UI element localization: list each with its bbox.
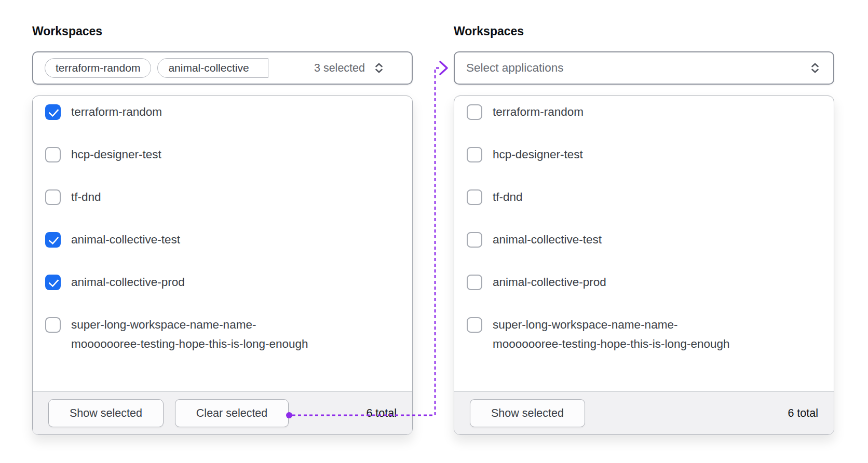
left-total-count: 6 total: [366, 407, 397, 420]
checkbox-unchecked[interactable]: [467, 147, 482, 162]
workspace-option-label: hcp-designer-test: [493, 145, 583, 164]
left-workspaces-group: Workspaces terraform-random animal-colle…: [32, 24, 413, 435]
selected-tag-animal-collective[interactable]: animal-collective: [157, 58, 268, 78]
flow-arrow-head: [440, 62, 447, 74]
workspace-option[interactable]: super-long-workspace-name-name-moooooore…: [454, 309, 834, 371]
right-options-list: terraform-randomhcp-designer-testtf-dnda…: [454, 96, 834, 391]
left-listbox-footer: Show selected Clear selected 6 total: [33, 391, 412, 434]
selection-summary-label: 3 selected: [314, 62, 365, 75]
workspace-option-label: super-long-workspace-name-name-moooooore…: [493, 315, 730, 353]
show-selected-button[interactable]: Show selected: [470, 399, 585, 427]
checkbox-checked[interactable]: [45, 104, 61, 120]
left-workspaces-title: Workspaces: [32, 24, 413, 38]
checkbox-unchecked[interactable]: [467, 232, 482, 248]
right-listbox-footer: Show selected 6 total: [454, 391, 834, 434]
chevron-up-down-icon: [372, 61, 386, 75]
right-multiselect-trigger[interactable]: Select applications: [454, 51, 834, 85]
workspace-option[interactable]: super-long-workspace-name-name-moooooore…: [33, 309, 412, 371]
checkbox-checked[interactable]: [45, 275, 61, 290]
checkbox-unchecked[interactable]: [467, 317, 482, 333]
workspace-option[interactable]: animal-collective-test: [454, 224, 834, 266]
right-workspaces-group: Workspaces Select applications terraform…: [454, 24, 834, 435]
workspace-option[interactable]: hcp-designer-test: [454, 139, 834, 181]
workspace-option[interactable]: animal-collective-prod: [33, 266, 412, 309]
workspace-option-label: animal-collective-prod: [71, 273, 185, 292]
right-workspaces-title: Workspaces: [454, 24, 834, 38]
checkbox-unchecked[interactable]: [45, 189, 61, 205]
workspace-option-label: terraform-random: [493, 102, 584, 121]
workspace-option[interactable]: terraform-random: [33, 96, 412, 139]
checkbox-unchecked[interactable]: [467, 189, 482, 205]
canvas: Workspaces terraform-random animal-colle…: [0, 0, 868, 463]
workspace-option[interactable]: tf-dnd: [33, 181, 412, 224]
checkbox-checked[interactable]: [45, 232, 61, 248]
right-workspaces-listbox: terraform-randomhcp-designer-testtf-dnda…: [454, 96, 834, 435]
workspace-option-label: animal-collective-prod: [493, 273, 606, 292]
workspace-option[interactable]: animal-collective-prod: [454, 266, 834, 309]
left-options-list: terraform-randomhcp-designer-testtf-dnda…: [33, 96, 412, 391]
checkbox-unchecked[interactable]: [467, 104, 482, 120]
checkbox-unchecked[interactable]: [467, 275, 482, 290]
right-total-count: 6 total: [788, 407, 818, 420]
workspace-option-label: animal-collective-test: [71, 230, 180, 249]
workspace-option[interactable]: hcp-designer-test: [33, 139, 412, 181]
workspace-option[interactable]: tf-dnd: [454, 181, 834, 224]
workspace-option[interactable]: terraform-random: [454, 96, 834, 139]
clear-selected-button[interactable]: Clear selected: [175, 399, 289, 427]
checkbox-unchecked[interactable]: [45, 147, 61, 162]
select-placeholder: Select applications: [466, 61, 564, 75]
workspace-option-label: tf-dnd: [71, 187, 101, 207]
workspace-option-label: terraform-random: [71, 102, 162, 121]
workspace-option-label: tf-dnd: [493, 187, 523, 207]
left-multiselect-trigger[interactable]: terraform-random animal-collective 3 sel…: [32, 51, 413, 85]
left-workspaces-listbox: terraform-randomhcp-designer-testtf-dnda…: [32, 96, 413, 435]
workspace-option-label: animal-collective-test: [493, 230, 602, 249]
workspace-option-label: super-long-workspace-name-name-moooooore…: [71, 315, 308, 353]
workspace-option-label: hcp-designer-test: [71, 145, 161, 164]
chevron-up-down-icon: [808, 61, 822, 75]
checkbox-unchecked[interactable]: [45, 317, 61, 333]
workspace-option[interactable]: animal-collective-test: [33, 224, 412, 266]
show-selected-button[interactable]: Show selected: [48, 399, 164, 427]
selected-tag-terraform-random[interactable]: terraform-random: [45, 58, 151, 78]
selection-summary: 3 selected: [314, 61, 386, 75]
